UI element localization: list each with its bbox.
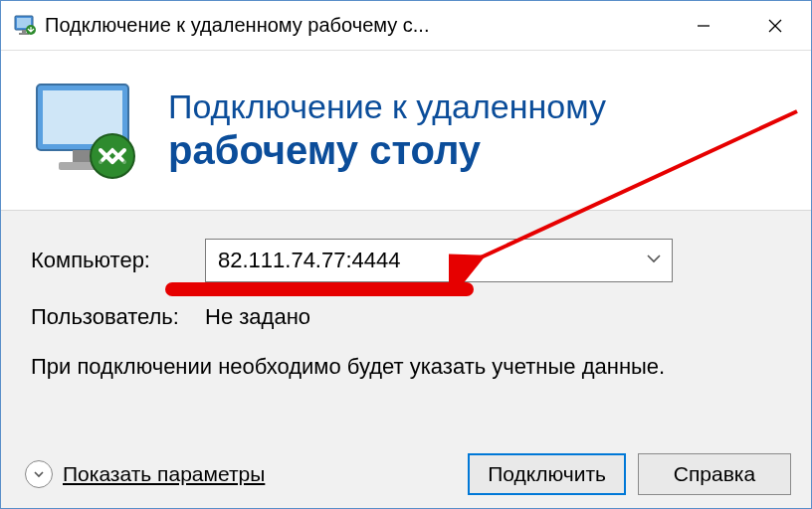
computer-field (205, 239, 673, 282)
svg-rect-2 (22, 30, 26, 33)
minimize-button[interactable] (668, 1, 739, 50)
form-area: Компьютер: Пользователь: Не задано При п… (1, 210, 811, 509)
dialog-footer: Показать параметры Подключить Справка (1, 438, 811, 509)
annotation-underline (165, 282, 474, 296)
dialog-header: Подключение к удаленному рабочему столу (1, 51, 811, 210)
credentials-hint: При подключении необходимо будет указать… (31, 352, 781, 383)
computer-input[interactable] (205, 239, 673, 282)
header-title: Подключение к удаленному рабочему столу (168, 87, 606, 172)
help-button[interactable]: Справка (638, 453, 791, 495)
titlebar: Подключение к удаленному рабочему с... (1, 1, 811, 51)
user-value: Не задано (205, 304, 310, 330)
rdp-app-icon (13, 14, 37, 38)
header-line-2: рабочему столу (168, 127, 606, 173)
connect-button[interactable]: Подключить (468, 453, 626, 495)
chevron-down-icon[interactable] (645, 250, 663, 271)
rdp-monitor-icon (31, 79, 140, 183)
computer-row: Компьютер: (31, 239, 781, 282)
header-line-1: Подключение к удаленному (168, 87, 606, 126)
window-controls (668, 1, 811, 50)
user-row: Пользователь: Не задано (31, 304, 781, 330)
chevron-down-circle-icon (25, 460, 53, 488)
window-title: Подключение к удаленному рабочему с... (45, 14, 668, 37)
user-label: Пользователь: (31, 304, 205, 330)
close-button[interactable] (739, 1, 811, 50)
show-parameters-toggle[interactable]: Показать параметры (25, 460, 265, 488)
show-parameters-label: Показать параметры (63, 462, 265, 486)
computer-label: Компьютер: (31, 248, 205, 273)
rdp-dialog-window: Подключение к удаленному рабочему с... (0, 0, 812, 509)
svg-point-12 (91, 134, 134, 178)
